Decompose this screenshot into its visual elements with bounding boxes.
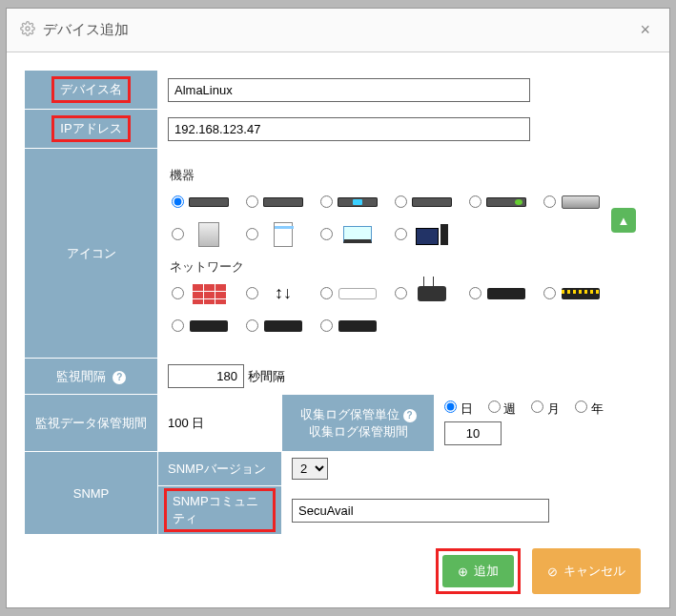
dialog-footer: ⊕ 追加 ⊘ キャンセル: [24, 535, 652, 596]
help-icon[interactable]: ?: [403, 409, 417, 422]
ip-cell: [158, 110, 652, 149]
log-label-cell: 収集ログ保管単位? 収集ログ保管期間: [282, 395, 435, 452]
interval-unit: 秒間隔: [248, 369, 285, 383]
ip-label-cell: IPアドレス: [25, 110, 158, 149]
dialog-body: デバイス名 IPアドレス アイコン 機器: [7, 52, 669, 609]
snmp-community-label-cell: SNMPコミュニティ: [158, 486, 282, 535]
icon-option-laptop[interactable]: [320, 222, 391, 247]
add-button-label: 追加: [474, 563, 499, 580]
svg-point-0: [26, 27, 30, 31]
add-button[interactable]: ⊕ 追加: [442, 555, 514, 587]
help-icon[interactable]: ?: [113, 371, 126, 384]
icon-label: アイコン: [25, 149, 158, 359]
log-cell: 日 週 月 年: [435, 395, 652, 452]
log-unit-week[interactable]: 週: [488, 400, 517, 418]
snmp-version-select[interactable]: 2: [292, 458, 328, 480]
gear-icon: [20, 21, 35, 39]
icon-option-pc[interactable]: [395, 222, 465, 247]
plus-circle-icon: ⊕: [458, 565, 468, 579]
snmp-community-cell: [282, 486, 652, 535]
interval-label-cell: 監視間隔 ?: [25, 359, 158, 395]
icon-picker: 機器 ネットワーク: [158, 149, 652, 359]
icon-option-switch1[interactable]: [320, 281, 391, 306]
device-name-label-cell: デバイス名: [25, 71, 158, 110]
ip-address-label: IPアドレス: [51, 115, 130, 142]
caret-up-icon: ▲: [618, 214, 630, 228]
retention-label: 監視データ保管期間: [25, 395, 158, 452]
icon-option-paper[interactable]: [246, 222, 317, 247]
snmp-community-label: SNMPコミュニティ: [164, 488, 276, 532]
icon-option-rack1[interactable]: [172, 190, 242, 215]
device-section-title: 機器: [170, 167, 640, 184]
form-table: デバイス名 IPアドレス アイコン 機器: [24, 70, 652, 535]
device-name-label: デバイス名: [51, 76, 131, 103]
dialog-title: デバイス追加: [43, 21, 634, 39]
device-name-cell: [158, 71, 652, 110]
close-icon[interactable]: ×: [634, 18, 656, 42]
icon-option-hub-lights[interactable]: [543, 281, 614, 306]
device-add-dialog: デバイス追加 × デバイス名 IPアドレス: [6, 8, 670, 608]
ip-address-input[interactable]: [168, 117, 530, 141]
icon-option-hub5[interactable]: [320, 314, 391, 339]
ban-icon: ⊘: [547, 565, 558, 579]
icon-option-firewall[interactable]: [172, 281, 242, 306]
cancel-button-label: キャンセル: [563, 563, 625, 580]
device-icon-grid: [170, 188, 640, 253]
interval-label: 監視間隔: [56, 369, 106, 383]
interval-input[interactable]: [168, 364, 244, 388]
scroll-up-button[interactable]: ▲: [611, 208, 636, 233]
add-highlight: ⊕ 追加: [436, 548, 521, 594]
icon-option-rack4[interactable]: [395, 190, 465, 215]
log-unit-label: 収集ログ保管単位: [300, 407, 399, 421]
snmp-community-input[interactable]: [292, 499, 549, 523]
icon-option-router[interactable]: [395, 281, 465, 306]
icon-option-rack2[interactable]: [246, 190, 317, 215]
icon-option-rack-green[interactable]: [469, 190, 540, 215]
snmp-label: SNMP: [25, 452, 158, 535]
icon-option-hdd[interactable]: [543, 190, 614, 215]
icon-option-hub1[interactable]: [469, 281, 540, 306]
network-section-title: ネットワーク: [170, 258, 640, 276]
dialog-header: デバイス追加 ×: [7, 9, 669, 52]
network-icon-grid: ↕↓: [170, 279, 640, 344]
log-unit-day[interactable]: 日: [444, 400, 473, 418]
log-period-label: 収集ログ保管期間: [290, 423, 426, 441]
icon-option-hub4[interactable]: [246, 314, 317, 339]
icon-option-arrows[interactable]: ↕↓: [246, 281, 317, 306]
cancel-button[interactable]: ⊘ キャンセル: [532, 548, 641, 594]
interval-cell: 秒間隔: [158, 359, 652, 395]
device-name-input[interactable]: [168, 78, 530, 102]
icon-option-rack-blue[interactable]: [320, 190, 391, 215]
snmp-version-label: SNMPバージョン: [158, 452, 282, 486]
log-unit-month[interactable]: 月: [531, 400, 560, 418]
snmp-version-cell: 2: [282, 452, 652, 486]
log-period-input[interactable]: [444, 421, 502, 445]
icon-option-hub3[interactable]: [172, 314, 242, 339]
icon-option-tower[interactable]: [172, 222, 242, 247]
log-unit-year[interactable]: 年: [575, 400, 604, 418]
retention-value: 100 日: [158, 395, 282, 452]
